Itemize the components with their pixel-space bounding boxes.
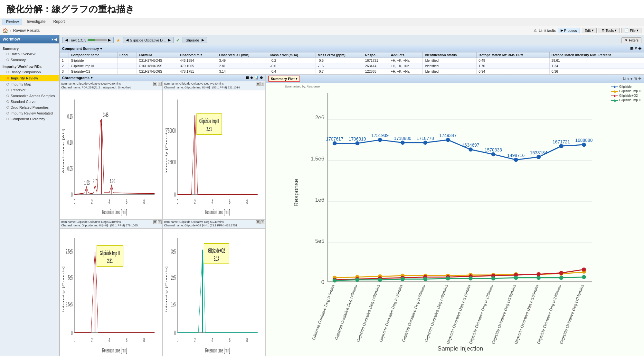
tray-nav-next[interactable]: ▶ — [108, 38, 111, 42]
svg-text:8: 8 — [143, 336, 145, 343]
chrom-plot-top-right: 0 25000 50000 0 2 4 6 8 Intensity [Count… — [163, 90, 265, 219]
sidebar-dot — [6, 71, 9, 73]
col-component-name[interactable]: Component name — [69, 52, 117, 58]
sidebar-item-impurity-annotated[interactable]: Impurity Review Annotated — [0, 110, 59, 116]
sidebar-item-drug-properties[interactable]: Drug Related Properties — [0, 105, 59, 110]
svg-text:Glipizide Oxidative Deg t=0min: Glipizide Oxidative Deg t=0mins — [334, 284, 358, 341]
sidebar-collapse-icon[interactable]: ▾ ◀ — [52, 38, 57, 41]
menu-report[interactable]: Report — [50, 19, 68, 25]
col-iso-mz[interactable]: Isotope Match Mz RMS PPM — [477, 52, 549, 58]
sp-icon-1[interactable]: ⊞ — [634, 77, 637, 81]
process-button[interactable]: ▶ Process — [558, 28, 580, 33]
chrom-close-btn-bl[interactable]: ✕ — [158, 220, 162, 224]
svg-text:1718880: 1718880 — [394, 136, 411, 141]
chrom-icon-2[interactable]: ◈ — [250, 76, 253, 80]
svg-text:Glipizide Oxidative Deg t=240m: Glipizide Oxidative Deg t=240mins — [559, 284, 585, 345]
sidebar-dot — [6, 83, 9, 86]
svg-text:Glipizide Oxidative Deg t=120m: Glipizide Oxidative Deg t=120mins — [445, 284, 471, 345]
summary-plot-dropdown[interactable]: ▾ — [296, 77, 298, 81]
sidebar-item-batch-overview[interactable]: Batch Overview — [0, 51, 59, 57]
sidebar-item-impurity-map[interactable]: Impurity Map — [0, 81, 59, 87]
sidebar-item-trendplot[interactable]: Trendplot — [0, 87, 59, 93]
component-summary-table: Component name Label Formula Observed m/… — [60, 52, 644, 74]
svg-text:1e5: 1e5 — [171, 301, 175, 308]
col-formula[interactable]: Formula — [137, 52, 178, 58]
cs-icon-2[interactable]: # — [635, 46, 637, 51]
col-label[interactable]: Label — [118, 52, 137, 58]
summary-plot-svg: 0 5e5 1e6 1.5e6 2e6 Response — [266, 83, 644, 356]
sp-line-label: Line — [623, 77, 629, 80]
svg-text:Retention time [min]: Retention time [min] — [205, 208, 230, 215]
menu-investigate[interactable]: Investigate — [24, 19, 49, 25]
compound-nav-next[interactable]: ▶ — [202, 38, 204, 42]
table-row[interactable]: 2Glipizide Imp IIIC16H18N4O5S379.10652.8… — [60, 63, 644, 69]
svg-text:4.20: 4.20 — [109, 178, 115, 185]
col-mass-error-ppm[interactable]: Mass error (ppm) — [316, 52, 363, 58]
sidebar-dot — [6, 112, 9, 114]
edit-button[interactable]: Edit ▾ — [582, 28, 597, 33]
summary-plot-panel: Summary Plot ▾ Line ▾ ⊞ ✚ — [266, 75, 644, 356]
sidebar-item-summarize[interactable]: Summarize Across Samples — [0, 93, 59, 99]
svg-point-97 — [469, 147, 473, 151]
file-label: File — [630, 29, 636, 32]
filters-button[interactable]: ▼ Filters — [621, 37, 641, 43]
chrom-cell-top-left: Item name: Glipizide Oxidative Deg t=240… — [60, 81, 163, 219]
chrom-icon-3[interactable]: 📊 — [254, 76, 259, 80]
chrom-pin-btn-bl[interactable]: ⊞ — [153, 220, 157, 224]
svg-point-92 — [355, 141, 359, 145]
sidebar-item-component-hierarchy[interactable]: Component Hierarchy — [0, 116, 59, 122]
svg-point-98 — [491, 152, 496, 156]
table-cell: -0.2 — [268, 58, 316, 63]
breadcrumb: Review Results — [13, 28, 40, 33]
table-row[interactable]: 3Glipizide+O2C21H27N5O6S478.17513.14-0.4… — [60, 69, 644, 74]
col-mz[interactable]: Observed m/z — [178, 52, 217, 58]
chrom-header-top-left: Item name: Glipizide Oxidative Deg t=240… — [60, 81, 162, 90]
favorite-icon[interactable]: ★ — [116, 38, 120, 43]
chrom-icon-4[interactable]: ⊕ — [260, 76, 263, 80]
col-id-status[interactable]: Identification status — [423, 52, 477, 58]
sample-nav-next[interactable]: ▶ — [168, 38, 171, 42]
svg-text:Glipizide Oxidative Deg t=180m: Glipizide Oxidative Deg t=180mins — [491, 284, 517, 345]
sidebar-item-standard-curve[interactable]: Standard Curve — [0, 99, 59, 105]
chrom-pin-btn-br[interactable]: ⊞ — [256, 220, 260, 224]
sidebar-label-component-hierarchy: Component Hierarchy — [11, 117, 45, 121]
svg-text:Sample Injection: Sample Injection — [438, 345, 483, 352]
file-button[interactable]: 📄 File ▾ — [621, 28, 641, 33]
sidebar-item-binary-comparison[interactable]: Binary Comparison — [0, 69, 59, 75]
cs-icon-3[interactable]: ✚ — [638, 46, 641, 51]
col-iso-int[interactable]: Isotope Match Intensity RMS Percent — [549, 52, 644, 58]
svg-text:Glipizide Imp III: Glipizide Imp III — [100, 249, 120, 256]
col-adducts[interactable]: Adducts — [389, 52, 423, 58]
sp-icon-2[interactable]: ✚ — [638, 77, 641, 81]
component-summary-section: Component Summary ▾ ⊞ # ✚ Component name… — [60, 45, 644, 75]
col-response[interactable]: Respo... — [363, 52, 389, 58]
home-icon[interactable]: 🏠 — [3, 28, 8, 33]
chromatograms-dropdown[interactable]: ▾ — [91, 76, 93, 80]
col-mass-error-mda[interactable]: Mass error (mDa) — [268, 52, 316, 58]
chrom-close-btn-tr[interactable]: ✕ — [260, 82, 264, 86]
tools-button[interactable]: ⚙ Tools ▾ — [599, 28, 620, 33]
chrom-pin-btn[interactable]: ⊞ — [153, 82, 157, 86]
chromatograms-title: Chromatograms — [62, 76, 90, 80]
svg-point-94 — [401, 141, 405, 145]
table-row[interactable]: 1GlipizideC21H27N5O4S446.18543.49-0.2-0.… — [60, 58, 644, 63]
svg-point-100 — [536, 155, 541, 159]
chrom-pin-btn-tr[interactable]: ⊞ — [256, 82, 260, 86]
chrom-icon-1[interactable]: ⊞ — [246, 76, 249, 80]
svg-point-102 — [582, 143, 586, 147]
chrom-close-btn[interactable]: ✕ — [158, 82, 162, 86]
component-summary-dropdown[interactable]: ▾ — [100, 47, 102, 51]
tools-icon: ⚙ — [601, 28, 605, 32]
sp-dropdown[interactable]: ▾ — [630, 77, 632, 81]
sidebar-item-summary[interactable]: Summary — [0, 57, 59, 63]
sidebar-item-impurity-review[interactable]: Impurity Review — [0, 75, 59, 81]
cs-icon-1[interactable]: ⊞ — [630, 46, 633, 51]
page-title: 酸化分解：線グラフの重ね描き — [0, 0, 644, 18]
sample-nav-prev[interactable]: ◀ — [126, 38, 128, 42]
chrom-close-btn-br[interactable]: ✕ — [260, 220, 264, 224]
col-rt[interactable]: Observed RT (min) — [217, 52, 268, 58]
table-cell: -0.7 — [316, 69, 363, 74]
tray-nav-prev[interactable]: ◀ — [65, 38, 68, 42]
menu-review[interactable]: Review — [3, 19, 22, 25]
summary-plot-title-box: Summary Plot ▾ — [268, 76, 300, 82]
